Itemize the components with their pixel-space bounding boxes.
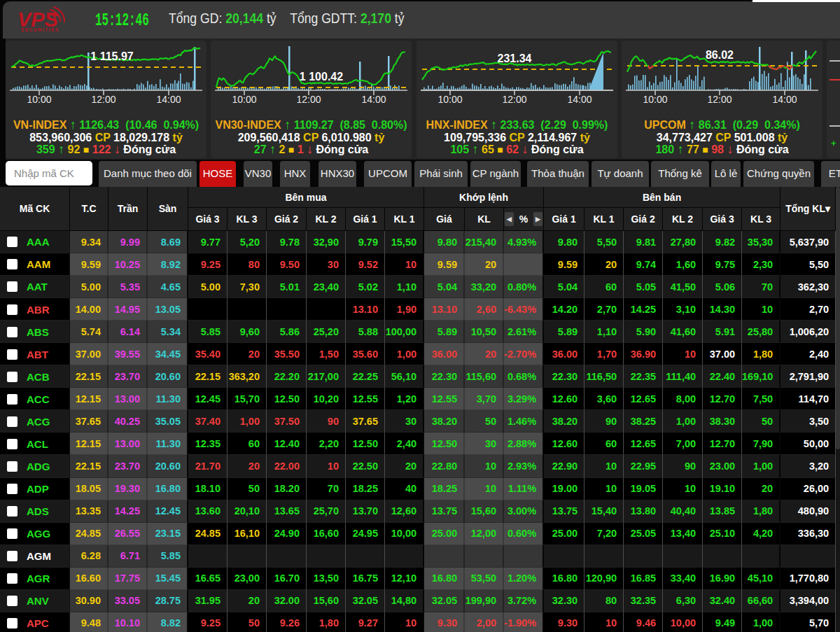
svg-text:10:00: 10:00	[232, 94, 256, 105]
svg-text:86.02: 86.02	[706, 49, 734, 61]
svg-text:12:00: 12:00	[296, 94, 321, 105]
svg-text:10:00: 10:00	[438, 94, 462, 105]
svg-text:12:00: 12:00	[91, 94, 115, 105]
svg-text:SECURITIES: SECURITIES	[21, 27, 59, 32]
svg-text:14:00: 14:00	[156, 94, 181, 105]
svg-text:10:00: 10:00	[643, 94, 667, 105]
svg-text:12:00: 12:00	[502, 94, 526, 105]
svg-text:14:00: 14:00	[361, 94, 386, 105]
svg-text:14:00: 14:00	[567, 94, 592, 105]
svg-text:14:00: 14:00	[772, 94, 797, 105]
svg-text:1 115.97: 1 115.97	[90, 50, 134, 62]
svg-text:10:00: 10:00	[27, 94, 51, 105]
svg-text:+: +	[831, 138, 836, 148]
svg-text:231.34: 231.34	[498, 52, 532, 64]
svg-text:1 100.42: 1 100.42	[300, 71, 343, 83]
svg-text:12:00: 12:00	[707, 94, 732, 105]
